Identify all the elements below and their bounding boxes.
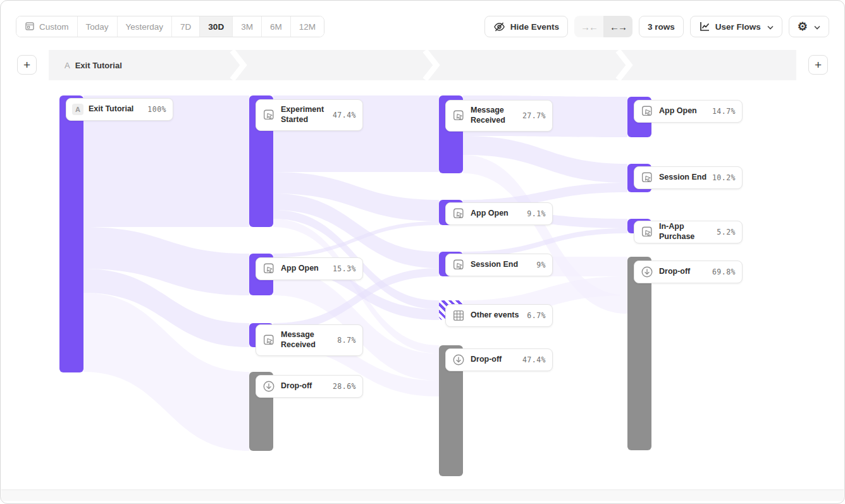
drop-off-icon (640, 265, 654, 279)
flow-node-label: Session End (659, 173, 707, 183)
flow-node-percent: 10.2% (712, 173, 736, 182)
event-icon (452, 207, 466, 221)
event-icon (452, 109, 466, 123)
flow-node-percent: 15.3% (333, 264, 356, 273)
step-a-badge: A (72, 104, 83, 115)
event-icon (640, 225, 654, 239)
flow-node-percent: 27.7% (522, 111, 546, 120)
flow-node-label: Message Received (281, 330, 332, 350)
flow-node-label: Message Received (471, 106, 517, 125)
flow-node-label: App Open (659, 106, 707, 116)
event-icon (640, 104, 654, 118)
event-icon (262, 262, 276, 276)
flow-node-percent: 100% (147, 105, 166, 114)
flow-node-card-c2-experiment-started[interactable]: Experiment Started 47.4% (256, 99, 363, 131)
event-icon (262, 333, 276, 347)
flow-node-percent: 5.2% (717, 228, 736, 237)
flow-node-percent: 47.4% (333, 111, 356, 120)
event-icon (640, 171, 654, 185)
flow-node-card-c4-app-open[interactable]: App Open 14.7% (634, 100, 743, 123)
flow-node-card-c3-other-events[interactable]: Other events 6.7% (445, 304, 553, 327)
drop-off-icon (262, 379, 276, 393)
flow-node-card-c2-app-open[interactable]: App Open 15.3% (256, 257, 363, 280)
flow-node-percent: 28.6% (333, 382, 356, 391)
flow-node-label: Drop-off (659, 267, 707, 277)
flow-node-percent: 69.8% (712, 267, 736, 276)
flow-node-card-c2-drop-off[interactable]: Drop-off 28.6% (256, 375, 363, 398)
flow-node-label: Other events (471, 310, 522, 321)
flow-node-card-c4-in-app-purchase[interactable]: In-App Purchase 5.2% (634, 221, 743, 243)
flow-node-percent: 8.7% (337, 336, 356, 345)
flow-node-bar-c1-exit-tutorial[interactable] (59, 95, 83, 372)
flow-node-card-c4-drop-off[interactable]: Drop-off 69.8% (634, 261, 743, 283)
flow-node-card-c1-exit-tutorial[interactable]: A Exit Tutorial 100% (66, 98, 173, 121)
grid-icon (452, 309, 466, 323)
flow-node-percent: 9.1% (527, 209, 546, 218)
sankey-links (1, 1, 845, 504)
flow-node-label: App Open (471, 209, 522, 219)
flow-node-label: Drop-off (281, 381, 328, 391)
flow-node-label: Experiment Started (281, 105, 328, 125)
drop-off-icon (452, 353, 466, 367)
flow-node-card-c3-message-received[interactable]: Message Received 27.7% (445, 100, 553, 132)
flow-node-percent: 14.7% (712, 107, 736, 116)
event-icon (262, 108, 276, 122)
flow-node-card-c3-session-end[interactable]: Session End 9% (445, 254, 553, 276)
flow-node-label: Session End (471, 260, 531, 270)
flow-node-percent: 47.4% (522, 355, 546, 364)
flow-node-bar-c4-drop-off[interactable] (627, 257, 651, 450)
flow-node-percent: 9% (536, 261, 546, 269)
flow-node-label: In-App Purchase (659, 222, 712, 242)
flow-node-card-c4-session-end[interactable]: Session End 10.2% (634, 166, 743, 189)
flow-node-label: Drop-off (471, 355, 517, 365)
flow-node-label: Exit Tutorial (89, 104, 142, 114)
flow-node-card-c3-drop-off[interactable]: Drop-off 47.4% (445, 348, 553, 371)
flow-node-percent: 6.7% (527, 311, 546, 320)
flow-node-label: App Open (281, 264, 328, 274)
event-icon (452, 258, 466, 272)
flow-node-card-c2-message-received[interactable]: Message Received 8.7% (256, 324, 363, 356)
flow-node-card-c3-app-open[interactable]: App Open 9.1% (445, 202, 553, 225)
user-flows-app: Custom Today Yesterday 7D 30D 3M (0, 0, 845, 504)
